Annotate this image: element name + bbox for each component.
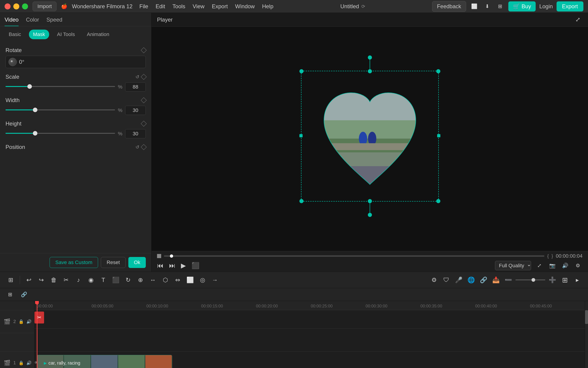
tab-speed[interactable]: Speed (46, 17, 62, 26)
import-media-btn[interactable]: 📥 (491, 275, 501, 285)
play-button[interactable]: ▶ (181, 262, 186, 269)
player-expand-icon[interactable]: ⤢ (573, 15, 582, 24)
width-slider[interactable] (6, 110, 115, 111)
redo-btn[interactable]: ↪ (36, 275, 47, 285)
align-btn[interactable]: ⇔ (172, 275, 183, 285)
width-keyframe[interactable] (141, 97, 146, 103)
rotate-btn[interactable]: ↻ (123, 275, 133, 285)
track-1-lock-icon[interactable]: 🔒 (19, 360, 24, 366)
login-button[interactable]: Login (539, 3, 553, 10)
handle-mid-left[interactable] (299, 134, 303, 138)
subtab-basic[interactable]: Basic (5, 30, 25, 39)
handle-mid-right[interactable] (437, 134, 440, 138)
scale-keyframe[interactable] (141, 74, 146, 80)
menu-edit[interactable]: Edit (156, 3, 165, 10)
menu-export[interactable]: Export (212, 3, 228, 10)
handle-top-left[interactable] (299, 69, 303, 74)
ai-btn[interactable]: ⚙ (429, 275, 439, 285)
tab-video[interactable]: Video (5, 17, 19, 26)
height-input[interactable] (125, 129, 146, 138)
zoom-in-btn[interactable]: ➕ (547, 275, 558, 285)
progress-bar[interactable] (164, 255, 544, 257)
handle-top-extend[interactable] (368, 55, 372, 60)
scale-input[interactable] (125, 82, 146, 92)
mute-btn[interactable]: ◉ (86, 275, 96, 285)
zoom-out-btn[interactable]: ➖ (503, 275, 514, 285)
track-1-volume-icon[interactable]: 🔊 (26, 360, 31, 366)
grid-tool-btn[interactable]: ⊞ (6, 275, 16, 285)
position-keyframe[interactable] (141, 144, 146, 150)
mirror-btn[interactable]: ↔ (148, 275, 158, 285)
video-clip[interactable]: ▶ car, rally, racing (37, 355, 172, 368)
fullscreen-icon[interactable]: ⤢ (535, 261, 544, 270)
delete-btn[interactable]: 🗑 (48, 275, 59, 285)
reset-button[interactable]: Reset (101, 257, 125, 268)
height-keyframe[interactable] (141, 121, 146, 126)
rewind-button[interactable]: ⏮ (157, 262, 163, 269)
tab-color[interactable]: Color (26, 17, 39, 26)
lang-btn[interactable]: 🌐 (466, 275, 476, 285)
scissors-marker[interactable]: ✂ (34, 312, 44, 323)
subtab-mask[interactable]: Mask (29, 30, 49, 39)
handle-top-right[interactable] (436, 69, 440, 74)
quality-select[interactable]: Full Quality (495, 261, 531, 270)
export-button[interactable]: Export (557, 1, 583, 11)
stop-button[interactable]: ⬛ (191, 262, 199, 269)
mask-btn[interactable]: ◎ (197, 275, 208, 285)
width-input[interactable] (125, 106, 146, 115)
feedback-button[interactable]: Feedback (432, 1, 466, 12)
link-btn[interactable]: 🔗 (478, 275, 489, 285)
settings-icon[interactable]: ⚙ (573, 261, 582, 270)
text-btn[interactable]: T (98, 275, 109, 285)
undo-btn[interactable]: ↩ (24, 275, 34, 285)
timeline-add-track-btn[interactable]: ⊞ (6, 290, 15, 299)
subtab-animation[interactable]: Animation (83, 30, 114, 39)
shield-btn[interactable]: 🛡 (441, 275, 452, 285)
crop-btn[interactable]: ⬛ (110, 275, 121, 285)
select-btn[interactable]: ⬜ (185, 275, 195, 285)
handle-bottom-extend[interactable] (368, 213, 372, 217)
subtab-ai-tools[interactable]: AI Tools (53, 30, 79, 39)
track-2-volume-icon[interactable]: 🔊 (26, 319, 31, 324)
mic-btn[interactable]: 🎤 (454, 275, 464, 285)
menu-tools[interactable]: Tools (172, 3, 185, 10)
screen-icon-btn[interactable]: ⬜ (470, 2, 479, 11)
rotate-keyframe[interactable] (141, 47, 146, 53)
shape-btn[interactable]: ⬡ (160, 275, 171, 285)
buy-button[interactable]: 🛒 Buy (508, 1, 536, 11)
save-custom-button[interactable]: Save as Custom (50, 257, 98, 268)
snapshot-icon[interactable]: 📷 (548, 261, 557, 270)
rotate-wheel[interactable] (9, 58, 17, 66)
menu-help[interactable]: Help (262, 3, 273, 10)
compound-btn[interactable]: ⊕ (135, 275, 146, 285)
audio-btn[interactable]: ♪ (73, 275, 84, 285)
grid-view-btn[interactable]: ⊞ (560, 275, 570, 285)
zoom-slider[interactable] (515, 279, 545, 280)
cut-btn[interactable]: ✂ (61, 275, 71, 285)
frame-back-button[interactable]: ⏭ (169, 262, 175, 269)
progress-thumb[interactable] (170, 254, 173, 258)
menu-window[interactable]: Window (235, 3, 255, 10)
import-button[interactable]: Import (33, 2, 57, 11)
height-slider[interactable] (6, 133, 115, 135)
track-2-lock-icon[interactable]: 🔒 (19, 319, 24, 324)
handle-bottom-left[interactable] (299, 199, 303, 203)
rotate-value[interactable]: 0° (19, 59, 143, 65)
menu-file[interactable]: File (139, 3, 148, 10)
scale-reset-icon[interactable]: ↺ (135, 74, 139, 80)
grid-icon-btn[interactable]: ⊞ (495, 2, 505, 11)
scale-slider[interactable] (6, 86, 115, 88)
handle-bottom-right[interactable] (436, 199, 440, 203)
forward-btn[interactable]: → (210, 275, 220, 285)
timeline-scrollbar[interactable] (585, 301, 588, 368)
scrollbar-thumb[interactable] (585, 310, 588, 324)
minimize-button[interactable] (13, 3, 19, 9)
expand-btn[interactable]: ▸ (572, 275, 582, 285)
menu-view[interactable]: View (193, 3, 205, 10)
download-icon-btn[interactable]: ⬇ (483, 2, 492, 11)
maximize-button[interactable] (22, 3, 28, 9)
position-reset-icon[interactable]: ↺ (135, 144, 139, 150)
timeline-link-btn[interactable]: 🔗 (19, 290, 28, 299)
close-button[interactable] (5, 3, 10, 9)
progress-start-handle[interactable] (157, 254, 161, 258)
